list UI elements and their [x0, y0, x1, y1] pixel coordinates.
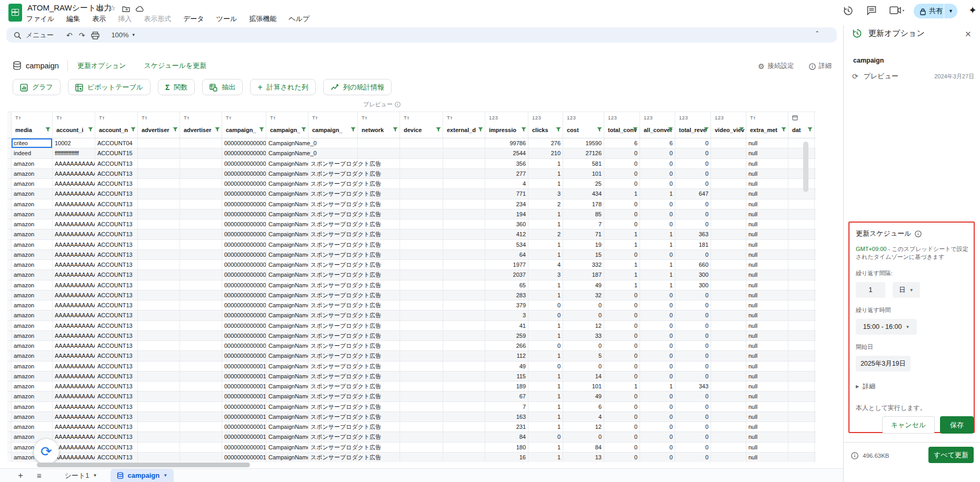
cell-video_viev[interactable]	[711, 280, 746, 290]
cell-extra_met[interactable]: null	[746, 138, 788, 148]
cell-all_conver[interactable]: 0	[640, 159, 675, 168]
cell-dat[interactable]	[788, 321, 815, 330]
chart-button[interactable]: グラフ	[13, 79, 61, 95]
cell-device[interactable]	[400, 321, 443, 330]
cell-total_conv[interactable]: 0	[604, 453, 640, 462]
cell-campaign_[interactable]: 0000000000000	[222, 169, 266, 178]
cell-campaign_[interactable]: CampaignName_	[266, 199, 308, 209]
cell-total_conv[interactable]: 1	[604, 381, 640, 391]
plus-button[interactable]: +計算された列	[250, 79, 315, 95]
cell-advertiser[interactable]	[180, 422, 222, 431]
column-header-total_conv[interactable]: 123total_conv	[604, 112, 640, 138]
cell-account_n[interactable]: ACCOUNT13	[95, 351, 138, 360]
refresh-schedule-link[interactable]: スケジュールを更新	[144, 61, 206, 71]
cell-dat[interactable]	[788, 341, 815, 350]
cell-media[interactable]: amazon	[12, 361, 53, 371]
cell-cost[interactable]: 13	[563, 453, 604, 462]
cell-media[interactable]: amazon	[12, 189, 53, 198]
cell-external_d[interactable]	[443, 148, 485, 158]
cell-advertiser[interactable]	[138, 179, 180, 188]
cell-advertiser[interactable]	[180, 361, 222, 371]
column-header-video_viev[interactable]: 123video_viev	[711, 112, 746, 138]
cell-advertiser[interactable]	[180, 432, 222, 441]
filter-icon[interactable]	[556, 125, 561, 134]
cell-media[interactable]: amazon	[12, 229, 53, 239]
cell-clicks[interactable]: 1	[528, 209, 563, 219]
cell-clicks[interactable]: 1	[528, 402, 563, 411]
filter-icon[interactable]	[173, 125, 178, 134]
cell-impressio[interactable]: 259	[485, 331, 528, 340]
cell-campaign_[interactable]: 0000000000000	[222, 240, 266, 249]
cell-all_conver[interactable]: 0	[640, 402, 675, 411]
cell-device[interactable]	[400, 250, 443, 259]
cell-cost[interactable]: 71	[563, 229, 604, 239]
cell-account_n[interactable]: ACCOUNT13	[95, 453, 138, 462]
cell-impressio[interactable]: 2037	[485, 270, 528, 279]
cell-campaign_[interactable]: CampaignName_0	[266, 148, 308, 158]
cell-external_d[interactable]	[443, 179, 485, 188]
cell-advertiser[interactable]	[180, 290, 222, 300]
cell-campaign_[interactable]: スポンサープロダクト広告	[308, 240, 358, 249]
function-button[interactable]: Σ関数	[158, 79, 195, 95]
cell-advertiser[interactable]	[180, 351, 222, 360]
column-header-media[interactable]: Tтmedia	[12, 112, 53, 138]
cell-total_reve[interactable]: 0	[675, 310, 711, 320]
cell-account_n[interactable]: ACCOUNT13	[95, 422, 138, 431]
details-button[interactable]: 詳細	[819, 62, 832, 71]
cell-media[interactable]: amazon	[12, 300, 53, 310]
cell-account_i[interactable]: AAAAAAAAAAAAA	[53, 371, 95, 381]
cell-campaign_[interactable]: 0000000000000	[222, 341, 266, 350]
cell-clicks[interactable]: 4	[528, 260, 563, 269]
cell-total_conv[interactable]: 0	[604, 422, 640, 431]
cell-cost[interactable]: 581	[563, 159, 604, 168]
cell-extra_met[interactable]: null	[746, 209, 788, 219]
cell-total_conv[interactable]: 0	[604, 321, 640, 330]
cell-extra_met[interactable]: null	[746, 159, 788, 168]
cell-advertiser[interactable]	[180, 391, 222, 401]
cell-advertiser[interactable]	[138, 219, 180, 229]
cell-clicks[interactable]: 210	[528, 148, 563, 158]
cell-campaign_[interactable]: CampaignName_	[266, 290, 308, 300]
cell-cost[interactable]: 84	[563, 443, 604, 452]
version-history-icon[interactable]	[843, 5, 854, 16]
cell-campaign_[interactable]: CampaignName_	[266, 300, 308, 310]
cell-campaign_[interactable]: CampaignName_	[266, 443, 308, 452]
cell-account_n[interactable]: ACCOUNT13	[95, 412, 138, 421]
cell-cost[interactable]: 178	[563, 199, 604, 209]
cell-cost[interactable]: 5	[563, 351, 604, 360]
cell-impressio[interactable]: 412	[485, 229, 528, 239]
cell-account_i[interactable]: AAAAAAAAAAAAA	[53, 250, 95, 259]
cell-dat[interactable]	[788, 432, 815, 441]
cell-advertiser[interactable]	[138, 391, 180, 401]
cell-dat[interactable]	[788, 199, 815, 209]
cell-media[interactable]: amazon	[12, 381, 53, 391]
cell-campaign_[interactable]: 0000000000001	[222, 361, 266, 371]
cell-total_conv[interactable]: 0	[604, 250, 640, 259]
cell-impressio[interactable]: 41	[485, 321, 528, 330]
filter-icon[interactable]	[88, 125, 93, 134]
cell-external_d[interactable]	[443, 280, 485, 290]
cell-device[interactable]	[400, 381, 443, 391]
cell-campaign_[interactable]: 0000000000001	[222, 381, 266, 391]
cell-cost[interactable]: 49	[563, 280, 604, 290]
cell-total_conv[interactable]: 1	[604, 189, 640, 198]
meet-video-icon[interactable]	[889, 5, 905, 16]
cell-device[interactable]	[400, 270, 443, 279]
cell-dat[interactable]	[788, 422, 815, 431]
cell-all_conver[interactable]: 0	[640, 443, 675, 452]
cell-extra_met[interactable]: null	[746, 270, 788, 279]
cell-advertiser[interactable]	[180, 300, 222, 310]
cell-advertiser[interactable]	[138, 169, 180, 178]
cell-video_viev[interactable]	[711, 159, 746, 168]
cell-dat[interactable]	[788, 381, 815, 391]
cell-account_i[interactable]: AAAAAAAAAAAAA	[53, 300, 95, 310]
cell-campaign_[interactable]: スポンサープロダクト広告	[308, 432, 358, 441]
cell-extra_met[interactable]: null	[746, 422, 788, 431]
filter-icon[interactable]	[351, 125, 356, 134]
cell-impressio[interactable]: 189	[485, 381, 528, 391]
cell-clicks[interactable]: 1	[528, 179, 563, 188]
cell-dat[interactable]	[788, 148, 815, 158]
column-header-impressio[interactable]: 123impressio	[485, 112, 528, 138]
cell-media[interactable]: amazon	[12, 331, 53, 340]
cell-total_reve[interactable]: 0	[675, 219, 711, 229]
